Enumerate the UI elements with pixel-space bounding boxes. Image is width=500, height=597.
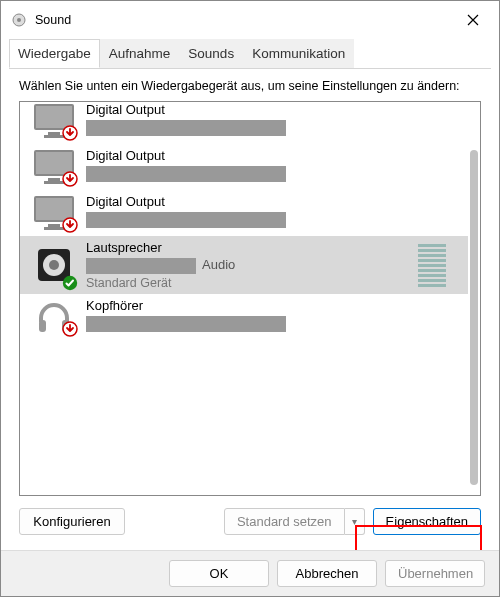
svg-rect-14 xyxy=(48,178,60,181)
redacted-text xyxy=(86,258,196,274)
apply-button[interactable]: Übernehmen xyxy=(385,560,485,587)
redacted-text xyxy=(86,166,286,182)
svg-rect-19 xyxy=(48,224,60,227)
device-info: Digital Output xyxy=(82,194,462,232)
cancel-button[interactable]: Abbrechen xyxy=(277,560,377,587)
window-title: Sound xyxy=(35,13,451,27)
device-name: Digital Output xyxy=(86,194,462,209)
tab-communication[interactable]: Kommunikation xyxy=(243,39,354,68)
ok-button[interactable]: OK xyxy=(169,560,269,587)
tab-content: Wählen Sie unten ein Wiedergabegerät aus… xyxy=(9,68,491,545)
device-info: Kopfhörer xyxy=(82,298,462,336)
device-icon xyxy=(26,194,82,232)
svg-rect-9 xyxy=(48,132,60,135)
device-info: Digital Output xyxy=(82,148,462,186)
device-icon xyxy=(26,298,82,336)
svg-rect-10 xyxy=(44,135,64,138)
set-default-split: Standard setzen ▾ xyxy=(224,508,365,535)
device-name: Digital Output xyxy=(86,102,462,117)
close-icon xyxy=(467,14,479,26)
button-row: Konfigurieren Standard setzen ▾ Eigensch… xyxy=(19,508,481,535)
close-button[interactable] xyxy=(451,3,495,37)
configure-button[interactable]: Konfigurieren xyxy=(19,508,125,535)
titlebar: Sound xyxy=(1,1,499,39)
chevron-down-icon: ▾ xyxy=(352,516,357,527)
device-suffix: Audio xyxy=(202,257,235,272)
level-meter xyxy=(418,244,446,287)
dialog-footer: OK Abbrechen Übernehmen xyxy=(1,550,499,596)
redacted-text xyxy=(86,120,286,136)
sound-app-icon xyxy=(11,12,27,28)
tab-sounds[interactable]: Sounds xyxy=(179,39,243,68)
device-icon xyxy=(26,148,82,186)
sound-dialog: Sound Wiedergabe Aufnahme Sounds Kommuni… xyxy=(0,0,500,597)
svg-rect-20 xyxy=(44,227,64,230)
scroll-thumb[interactable] xyxy=(470,150,478,485)
tab-playback[interactable]: Wiedergabe xyxy=(9,39,100,68)
device-name: Digital Output xyxy=(86,148,462,163)
device-row[interactable]: Digital Output xyxy=(20,101,468,144)
device-row[interactable]: Digital Output xyxy=(20,190,468,236)
set-default-dropdown[interactable]: ▾ xyxy=(345,508,365,535)
svg-point-1 xyxy=(17,18,21,22)
device-icon xyxy=(26,102,82,140)
device-name: Kopfhörer xyxy=(86,298,462,313)
tab-recording[interactable]: Aufnahme xyxy=(100,39,180,68)
device-info: Digital Output xyxy=(82,102,462,140)
properties-button[interactable]: Eigenschaften xyxy=(373,508,481,535)
tab-bar: Wiedergabe Aufnahme Sounds Kommunikation xyxy=(1,39,499,68)
prompt-text: Wählen Sie unten ein Wiedergabegerät aus… xyxy=(19,79,481,93)
svg-rect-26 xyxy=(39,320,46,332)
device-row[interactable]: LautsprecherAudioStandard Gerät xyxy=(20,236,468,294)
device-list[interactable]: Digital OutputDigital OutputDigital Outp… xyxy=(19,101,481,496)
redacted-text xyxy=(86,316,286,332)
device-status: Standard Gerät xyxy=(86,276,418,290)
svg-point-24 xyxy=(49,260,59,270)
device-name: Lautsprecher xyxy=(86,240,418,255)
device-info: LautsprecherAudioStandard Gerät xyxy=(82,240,418,290)
redacted-text xyxy=(86,212,286,228)
device-row[interactable]: Digital Output xyxy=(20,144,468,190)
set-default-button[interactable]: Standard setzen xyxy=(224,508,345,535)
device-icon xyxy=(26,240,82,290)
svg-rect-15 xyxy=(44,181,64,184)
device-row[interactable]: Kopfhörer xyxy=(20,294,468,340)
scrollbar[interactable] xyxy=(470,108,478,489)
